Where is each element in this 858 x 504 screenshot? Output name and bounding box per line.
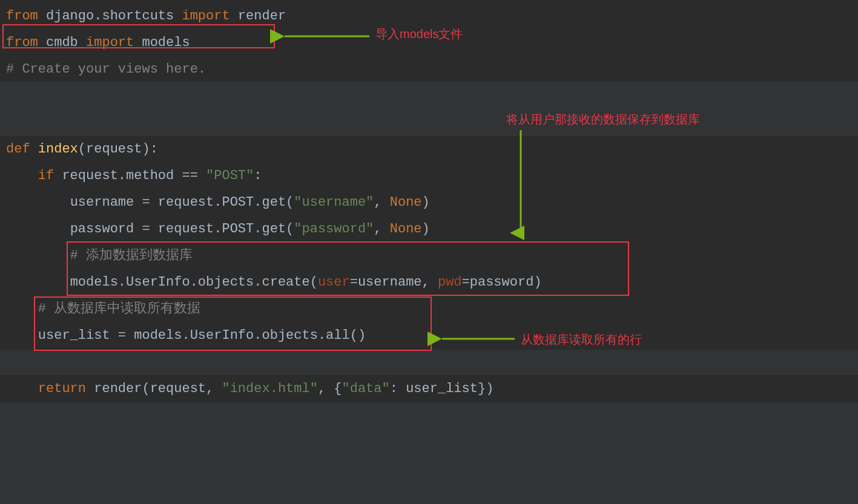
code-line (6, 110, 858, 136)
code-line: models.UserInfo.objects.create(user=user… (6, 269, 858, 296)
code-line: # 从数据库中读取所有数据 (6, 296, 858, 322)
code-line (6, 83, 858, 110)
code-line (6, 349, 858, 376)
annotation-save: 将从用户那接收的数据保存到数据库 (506, 111, 700, 128)
code-line: user_list = models.UserInfo.objects.all(… (6, 322, 858, 349)
code-editor[interactable]: from django.shortcuts import render from… (0, 0, 858, 402)
code-line: def index(request): (6, 136, 858, 163)
annotation-import: 导入models文件 (375, 26, 463, 42)
code-line: # Create your views here. (6, 56, 858, 83)
code-line: username = request.POST.get("username", … (6, 189, 858, 216)
code-line: password = request.POST.get("password", … (6, 216, 858, 243)
annotation-read: 从数据库读取所有的行 (521, 332, 642, 348)
code-line: # 添加数据到数据库 (6, 243, 858, 269)
code-line: return render(request, "index.html", {"d… (6, 376, 858, 402)
code-line: if request.method == "POST": (6, 163, 858, 189)
editor-blank-stripe (0, 402, 858, 504)
